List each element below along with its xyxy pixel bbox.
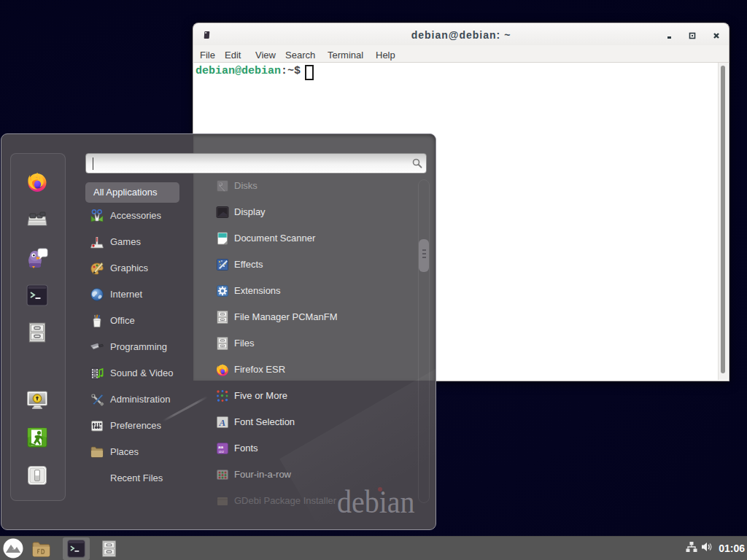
svg-text:A: A [219, 417, 226, 428]
svg-text:aa: aa [219, 448, 225, 454]
